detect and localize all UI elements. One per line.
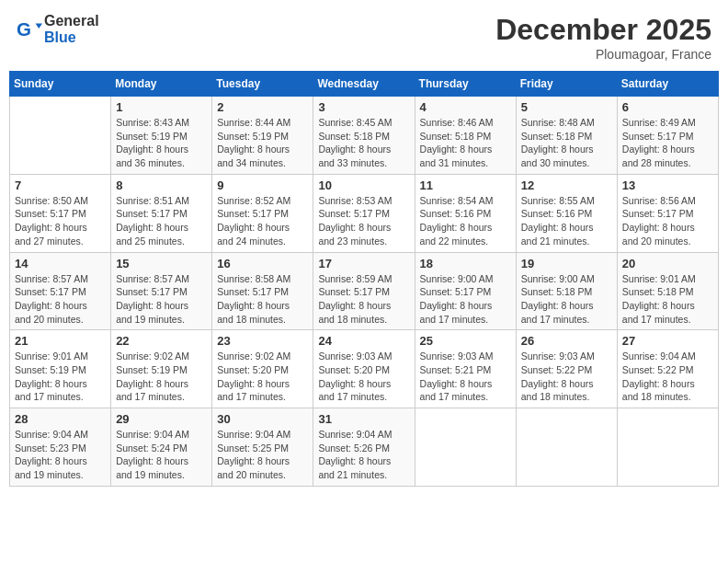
location: Ploumagoar, France (495, 47, 711, 62)
calendar-cell: 16Sunrise: 8:58 AMSunset: 5:17 PMDayligh… (212, 252, 313, 330)
day-info: Sunrise: 8:49 AMSunset: 5:17 PMDaylight:… (622, 116, 713, 170)
calendar-cell: 20Sunrise: 9:01 AMSunset: 5:18 PMDayligh… (617, 252, 718, 330)
calendar-cell: 27Sunrise: 9:04 AMSunset: 5:22 PMDayligh… (617, 330, 718, 408)
month-title: December 2025 (495, 13, 711, 47)
day-info: Sunrise: 9:01 AMSunset: 5:18 PMDaylight:… (622, 272, 713, 327)
page-header: G General Blue December 2025 Ploumagoar,… (9, 9, 719, 65)
logo: G General Blue (17, 13, 99, 46)
day-info: Sunrise: 9:04 AMSunset: 5:26 PMDaylight:… (318, 428, 409, 482)
logo-line2: Blue (44, 29, 99, 46)
day-info: Sunrise: 8:53 AMSunset: 5:17 PMDaylight:… (318, 194, 409, 248)
day-info: Sunrise: 9:04 AMSunset: 5:24 PMDaylight:… (116, 428, 207, 482)
calendar-cell: 21Sunrise: 9:01 AMSunset: 5:19 PMDayligh… (10, 330, 111, 408)
calendar-week-row: 7Sunrise: 8:50 AMSunset: 5:17 PMDaylight… (10, 174, 719, 252)
calendar-cell: 1Sunrise: 8:43 AMSunset: 5:19 PMDaylight… (111, 97, 212, 175)
calendar-cell: 3Sunrise: 8:45 AMSunset: 5:18 PMDaylight… (313, 97, 415, 175)
day-number: 10 (318, 178, 409, 192)
calendar-cell: 23Sunrise: 9:02 AMSunset: 5:20 PMDayligh… (212, 330, 313, 408)
calendar-cell: 26Sunrise: 9:03 AMSunset: 5:22 PMDayligh… (516, 330, 617, 408)
logo-line1: General (44, 13, 99, 29)
day-number: 30 (217, 412, 308, 426)
calendar-cell: 12Sunrise: 8:55 AMSunset: 5:16 PMDayligh… (516, 174, 617, 252)
day-info: Sunrise: 8:52 AMSunset: 5:17 PMDaylight:… (217, 194, 308, 248)
day-number: 4 (420, 100, 511, 114)
day-number: 2 (217, 100, 308, 114)
weekday-header: Tuesday (212, 72, 313, 97)
day-number: 13 (622, 178, 713, 192)
calendar-cell: 15Sunrise: 8:57 AMSunset: 5:17 PMDayligh… (111, 252, 212, 330)
day-number: 23 (217, 334, 308, 348)
day-info: Sunrise: 9:03 AMSunset: 5:21 PMDaylight:… (420, 350, 511, 404)
day-number: 9 (217, 178, 308, 192)
day-number: 16 (217, 257, 308, 270)
day-info: Sunrise: 8:51 AMSunset: 5:17 PMDaylight:… (116, 194, 207, 248)
day-number: 21 (15, 334, 106, 348)
day-info: Sunrise: 8:43 AMSunset: 5:19 PMDaylight:… (116, 116, 207, 170)
day-info: Sunrise: 9:00 AMSunset: 5:18 PMDaylight:… (521, 272, 612, 327)
day-info: Sunrise: 9:02 AMSunset: 5:20 PMDaylight:… (217, 350, 308, 404)
svg-marker-1 (36, 23, 42, 29)
calendar-table: SundayMondayTuesdayWednesdayThursdayFrid… (9, 71, 719, 487)
calendar-cell: 11Sunrise: 8:54 AMSunset: 5:16 PMDayligh… (415, 174, 516, 252)
calendar-cell (617, 408, 718, 487)
weekday-header: Saturday (617, 72, 718, 97)
calendar-cell: 10Sunrise: 8:53 AMSunset: 5:17 PMDayligh… (313, 174, 415, 252)
calendar-cell: 18Sunrise: 9:00 AMSunset: 5:17 PMDayligh… (415, 252, 516, 330)
day-number: 28 (15, 412, 106, 426)
day-info: Sunrise: 8:57 AMSunset: 5:17 PMDaylight:… (15, 272, 106, 327)
day-info: Sunrise: 9:04 AMSunset: 5:22 PMDaylight:… (622, 350, 713, 404)
day-number: 24 (318, 334, 409, 348)
calendar-cell: 4Sunrise: 8:46 AMSunset: 5:18 PMDaylight… (415, 97, 516, 175)
calendar-week-row: 21Sunrise: 9:01 AMSunset: 5:19 PMDayligh… (10, 330, 719, 408)
day-number: 7 (15, 178, 106, 192)
day-number: 14 (15, 257, 106, 270)
calendar-week-row: 14Sunrise: 8:57 AMSunset: 5:17 PMDayligh… (10, 252, 719, 330)
day-number: 18 (420, 257, 511, 270)
title-block: December 2025 Ploumagoar, France (495, 13, 711, 62)
weekday-header: Friday (516, 72, 617, 97)
day-number: 31 (318, 412, 409, 426)
calendar-cell: 7Sunrise: 8:50 AMSunset: 5:17 PMDaylight… (10, 174, 111, 252)
calendar-cell: 13Sunrise: 8:56 AMSunset: 5:17 PMDayligh… (617, 174, 718, 252)
day-number: 15 (116, 257, 207, 270)
day-info: Sunrise: 8:50 AMSunset: 5:17 PMDaylight:… (15, 194, 106, 248)
day-number: 25 (420, 334, 511, 348)
day-info: Sunrise: 8:48 AMSunset: 5:18 PMDaylight:… (521, 116, 612, 170)
day-info: Sunrise: 9:00 AMSunset: 5:17 PMDaylight:… (420, 272, 511, 327)
day-number: 29 (116, 412, 207, 426)
weekday-header: Sunday (10, 72, 111, 97)
calendar-cell: 22Sunrise: 9:02 AMSunset: 5:19 PMDayligh… (111, 330, 212, 408)
calendar-week-row: 1Sunrise: 8:43 AMSunset: 5:19 PMDaylight… (10, 97, 719, 175)
calendar-cell (415, 408, 516, 487)
day-number: 19 (521, 257, 612, 270)
day-number: 27 (622, 334, 713, 348)
day-info: Sunrise: 9:02 AMSunset: 5:19 PMDaylight:… (116, 350, 207, 404)
day-info: Sunrise: 9:03 AMSunset: 5:20 PMDaylight:… (318, 350, 409, 404)
day-number: 3 (318, 100, 409, 114)
day-number: 1 (116, 100, 207, 114)
calendar-cell: 29Sunrise: 9:04 AMSunset: 5:24 PMDayligh… (111, 408, 212, 487)
calendar-cell: 6Sunrise: 8:49 AMSunset: 5:17 PMDaylight… (617, 97, 718, 175)
day-info: Sunrise: 8:58 AMSunset: 5:17 PMDaylight:… (217, 272, 308, 327)
day-info: Sunrise: 9:04 AMSunset: 5:23 PMDaylight:… (15, 428, 106, 482)
day-info: Sunrise: 8:57 AMSunset: 5:17 PMDaylight:… (116, 272, 207, 327)
calendar-cell: 9Sunrise: 8:52 AMSunset: 5:17 PMDaylight… (212, 174, 313, 252)
calendar-cell: 24Sunrise: 9:03 AMSunset: 5:20 PMDayligh… (313, 330, 415, 408)
day-info: Sunrise: 9:03 AMSunset: 5:22 PMDaylight:… (521, 350, 612, 404)
day-number: 6 (622, 100, 713, 114)
weekday-header: Monday (111, 72, 212, 97)
calendar-cell (516, 408, 617, 487)
calendar-cell: 25Sunrise: 9:03 AMSunset: 5:21 PMDayligh… (415, 330, 516, 408)
svg-text:G: G (17, 18, 31, 40)
day-number: 20 (622, 257, 713, 270)
day-info: Sunrise: 8:56 AMSunset: 5:17 PMDaylight:… (622, 194, 713, 248)
day-info: Sunrise: 8:59 AMSunset: 5:17 PMDaylight:… (318, 272, 409, 327)
weekday-header: Thursday (415, 72, 516, 97)
day-info: Sunrise: 9:01 AMSunset: 5:19 PMDaylight:… (15, 350, 106, 404)
day-number: 8 (116, 178, 207, 192)
day-info: Sunrise: 8:55 AMSunset: 5:16 PMDaylight:… (521, 194, 612, 248)
day-info: Sunrise: 8:45 AMSunset: 5:18 PMDaylight:… (318, 116, 409, 170)
calendar-cell: 17Sunrise: 8:59 AMSunset: 5:17 PMDayligh… (313, 252, 415, 330)
day-number: 12 (521, 178, 612, 192)
calendar-cell: 30Sunrise: 9:04 AMSunset: 5:25 PMDayligh… (212, 408, 313, 487)
